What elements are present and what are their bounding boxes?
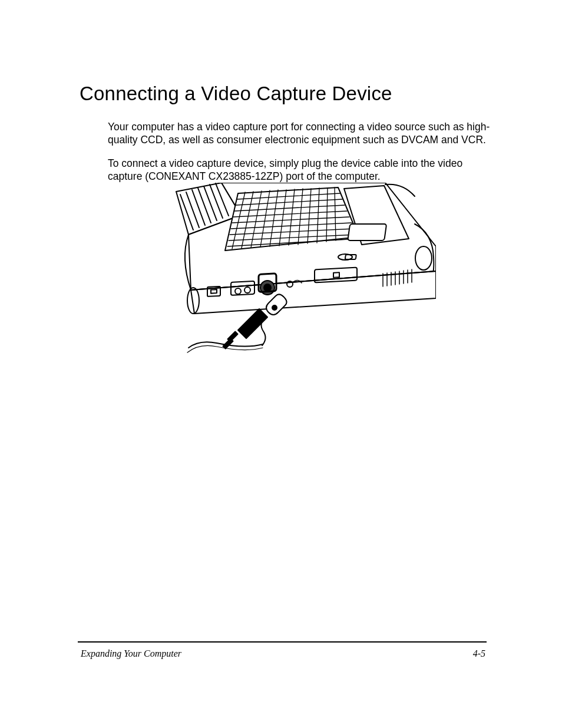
svg-point-61 bbox=[272, 305, 277, 310]
page-heading: Connecting a Video Capture Device bbox=[80, 83, 392, 105]
footer-rule bbox=[78, 641, 487, 643]
paragraph-1: Your computer has a video capture port f… bbox=[108, 121, 497, 147]
laptop-port-illustration bbox=[173, 183, 436, 355]
footer-page-number: 4-5 bbox=[473, 648, 485, 659]
footer-section-title: Expanding Your Computer bbox=[81, 648, 181, 659]
svg-point-45 bbox=[264, 284, 271, 291]
svg-rect-32 bbox=[348, 224, 386, 241]
paragraph-2: To connect a video capture device, simpl… bbox=[108, 157, 497, 183]
svg-marker-58 bbox=[238, 309, 267, 338]
